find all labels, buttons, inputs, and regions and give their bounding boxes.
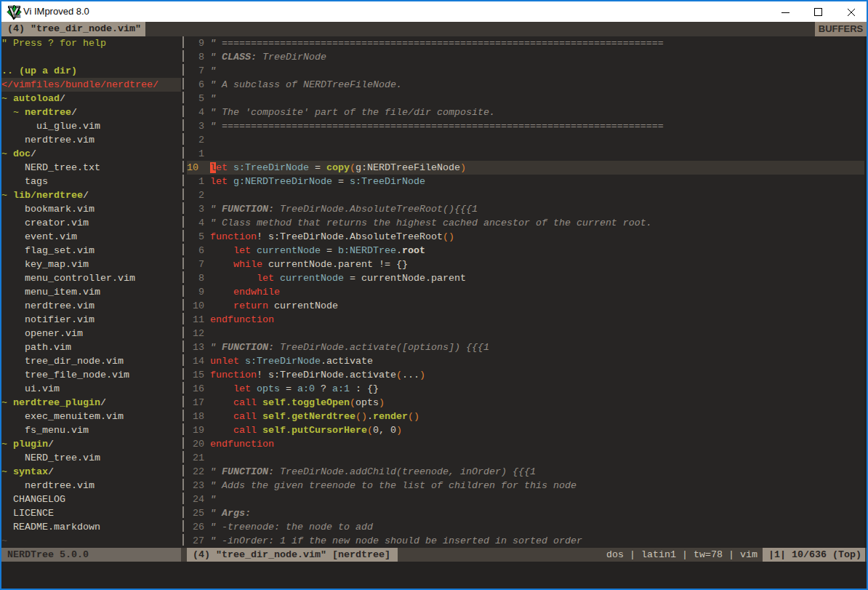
svg-text:im: im — [13, 12, 21, 19]
